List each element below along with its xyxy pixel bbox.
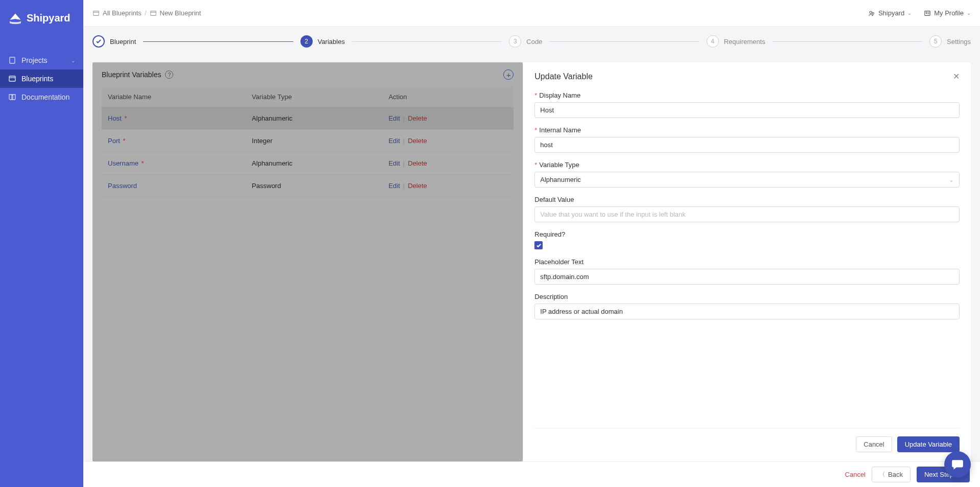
- select-value: Alphanumeric: [540, 176, 581, 183]
- panel-title: Update Variable: [534, 72, 593, 81]
- check-icon: [92, 35, 105, 48]
- step-label: Code: [526, 38, 542, 45]
- required-star-icon: *: [139, 159, 144, 167]
- step-label: Blueprint: [110, 38, 136, 45]
- breadcrumb-current: New Blueprint: [160, 9, 201, 17]
- sidebar-item-label: Documentation: [21, 93, 69, 101]
- internal-name-input[interactable]: [534, 137, 960, 153]
- wizard-cancel-button[interactable]: Cancel: [845, 471, 866, 478]
- description-input[interactable]: [534, 304, 960, 319]
- svg-point-5: [872, 12, 874, 14]
- step-blueprint[interactable]: Blueprint: [92, 35, 136, 48]
- action-separator: |: [403, 137, 405, 145]
- display-name-input[interactable]: [534, 102, 960, 118]
- logo[interactable]: Shipyard: [0, 0, 83, 36]
- profile-menu[interactable]: My Profile ⌄: [924, 9, 971, 17]
- breadcrumb-sep: /: [145, 9, 147, 17]
- cancel-button[interactable]: Cancel: [856, 436, 892, 452]
- delete-link[interactable]: Delete: [408, 182, 427, 190]
- topbar: All Blueprints / New Blueprint Shipyard …: [83, 0, 980, 27]
- step-connector: [143, 41, 293, 42]
- close-icon[interactable]: ✕: [953, 72, 960, 81]
- svg-rect-0: [10, 57, 15, 63]
- required-star-icon: *: [121, 137, 126, 145]
- delete-link[interactable]: Delete: [408, 159, 427, 167]
- variable-name-link[interactable]: Host: [108, 114, 122, 122]
- add-variable-button[interactable]: +: [503, 69, 514, 80]
- action-separator: |: [403, 159, 405, 167]
- wizard-back-button[interactable]: 〈 Back: [872, 467, 911, 482]
- svg-rect-3: [150, 11, 156, 15]
- col-variable-name: Variable Name: [102, 87, 246, 107]
- internal-name-label: *Internal Name: [534, 126, 960, 134]
- ship-icon: [8, 12, 22, 24]
- delete-link[interactable]: Delete: [408, 137, 427, 145]
- table-row[interactable]: Username *AlphanumericEdit|Delete: [102, 152, 514, 175]
- svg-point-7: [926, 12, 927, 13]
- help-icon[interactable]: ?: [165, 71, 173, 79]
- delete-link[interactable]: Delete: [408, 114, 427, 122]
- main: All Blueprints / New Blueprint Shipyard …: [83, 0, 980, 487]
- action-separator: |: [403, 114, 405, 122]
- step-settings[interactable]: 5 Settings: [929, 35, 971, 48]
- placeholder-text-input[interactable]: [534, 269, 960, 285]
- variable-type-cell: Alphanumeric: [246, 152, 383, 175]
- edit-link[interactable]: Edit: [388, 182, 400, 190]
- variables-table: Variable Name Variable Type Action Host …: [102, 87, 514, 197]
- variable-name-link[interactable]: Port: [108, 137, 120, 145]
- edit-link[interactable]: Edit: [388, 114, 400, 122]
- sidebar: Shipyard Projects ⌄ Blueprints Documenta…: [0, 0, 83, 487]
- wizard-footer: Cancel 〈 Back Next Step 〉: [83, 461, 980, 487]
- sidebar-item-label: Blueprints: [21, 75, 53, 83]
- default-value-input[interactable]: [534, 206, 960, 222]
- variable-name-link[interactable]: Password: [108, 182, 137, 190]
- required-star-icon: *: [123, 114, 127, 122]
- sidebar-item-blueprints[interactable]: Blueprints: [0, 69, 83, 88]
- step-variables[interactable]: 2 Variables: [300, 35, 345, 48]
- org-menu[interactable]: Shipyard ⌄: [868, 9, 912, 17]
- variable-type-select[interactable]: Alphanumeric ⌄: [534, 172, 960, 188]
- sidebar-item-label: Projects: [21, 56, 48, 64]
- step-requirements[interactable]: 4 Requirements: [707, 35, 765, 48]
- breadcrumb: All Blueprints / New Blueprint: [92, 9, 201, 17]
- step-label: Settings: [947, 38, 971, 45]
- table-row[interactable]: Port *IntegerEdit|Delete: [102, 130, 514, 152]
- step-number: 3: [509, 35, 521, 48]
- table-row[interactable]: PasswordPasswordEdit|Delete: [102, 175, 514, 197]
- edit-link[interactable]: Edit: [388, 159, 400, 167]
- chevron-left-icon: 〈: [879, 471, 885, 478]
- profile-icon: [924, 10, 931, 17]
- required-label: Required?: [534, 230, 960, 238]
- chevron-down-icon: ⌄: [967, 10, 971, 16]
- sidebar-item-documentation[interactable]: Documentation: [0, 88, 83, 106]
- profile-menu-label: My Profile: [934, 9, 964, 17]
- update-variable-panel: Update Variable ✕ *Display Name *Interna…: [523, 62, 971, 461]
- display-name-label: *Display Name: [534, 91, 960, 99]
- org-icon: [868, 10, 875, 17]
- table-row[interactable]: Host *AlphanumericEdit|Delete: [102, 107, 514, 130]
- step-connector: [549, 41, 699, 42]
- update-variable-button[interactable]: Update Variable: [897, 436, 960, 452]
- col-action: Action: [382, 87, 514, 107]
- chat-widget-button[interactable]: [944, 451, 971, 478]
- svg-rect-1: [9, 76, 15, 81]
- breadcrumb-link[interactable]: All Blueprints: [103, 9, 142, 17]
- variable-name-link[interactable]: Username: [108, 159, 138, 167]
- variable-type-cell: Password: [246, 175, 383, 197]
- chevron-down-icon: ⌄: [907, 10, 912, 16]
- step-code[interactable]: 3 Code: [509, 35, 542, 48]
- blueprint-icon: [150, 10, 157, 17]
- step-connector: [352, 41, 502, 42]
- svg-point-4: [870, 11, 872, 13]
- panel-title: Blueprint Variables: [102, 71, 161, 79]
- description-label: Description: [534, 293, 960, 300]
- placeholder-text-label: Placeholder Text: [534, 258, 960, 266]
- variables-panel: Blueprint Variables ? + Variable Name Va…: [92, 62, 523, 461]
- required-checkbox[interactable]: [534, 241, 543, 249]
- edit-link[interactable]: Edit: [388, 137, 400, 145]
- chevron-down-icon: ⌄: [949, 176, 954, 183]
- sidebar-item-projects[interactable]: Projects ⌄: [0, 51, 83, 69]
- step-number: 5: [929, 35, 942, 48]
- org-menu-label: Shipyard: [878, 9, 904, 17]
- variable-type-cell: Alphanumeric: [246, 107, 383, 130]
